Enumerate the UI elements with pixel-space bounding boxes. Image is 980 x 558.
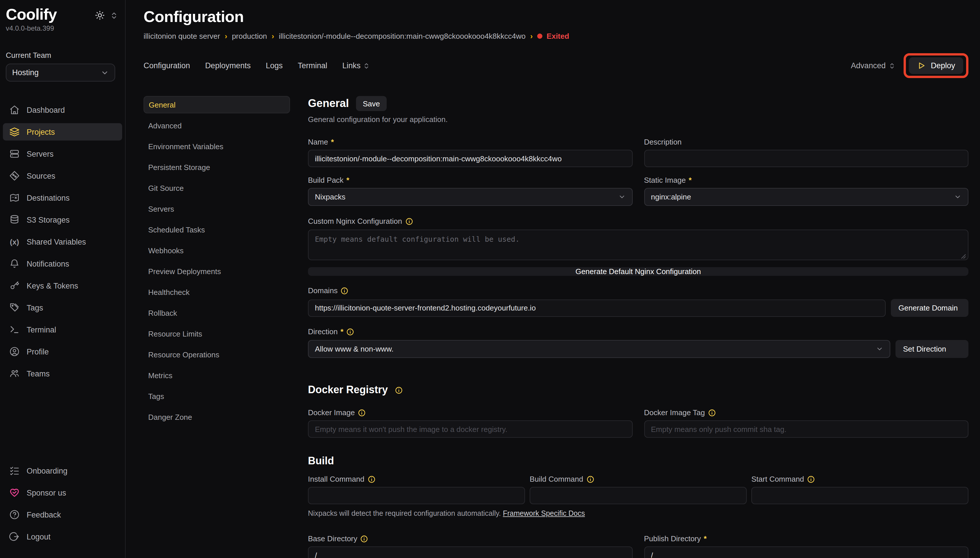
name-input[interactable] [308, 150, 632, 167]
tab-links[interactable]: Links [343, 61, 370, 70]
tab-deployments[interactable]: Deployments [205, 61, 251, 70]
theme-switch-chevrons-icon[interactable] [110, 11, 118, 20]
base-directory-label: Base Directory [308, 534, 632, 543]
team-select[interactable]: Hosting [6, 64, 115, 82]
sidebar-item-sources[interactable]: Sources [3, 167, 122, 184]
subnav-item-webhooks[interactable]: Webhooks [143, 242, 290, 259]
docker-image-tag-input[interactable] [644, 420, 968, 438]
sidebar-item-tags[interactable]: Tags [3, 299, 122, 316]
info-icon[interactable] [346, 328, 354, 336]
sidebar-item-s3-storages[interactable]: S3 Storages [3, 211, 122, 228]
subnav-item-persistent-storage[interactable]: Persistent Storage [143, 158, 290, 176]
direction-select[interactable]: Allow www & non-www. [308, 340, 890, 358]
sidebar-item-notifications[interactable]: Notifications [3, 255, 122, 272]
description-input[interactable] [644, 150, 968, 167]
app-logo: Coolify [6, 6, 57, 23]
sidebar-footer: Onboarding Sponsor us Feedback Logout [0, 460, 125, 558]
build-pack-select[interactable]: Nixpacks [308, 188, 632, 206]
custom-nginx-textarea[interactable] [308, 230, 968, 260]
theme-sun-icon[interactable] [95, 10, 105, 20]
deploy-button[interactable]: Deploy [909, 57, 963, 74]
sidebar-item-label: Tags [26, 303, 43, 312]
play-icon [917, 61, 926, 70]
sidebar-item-teams[interactable]: Teams [3, 365, 122, 382]
info-icon[interactable] [586, 475, 594, 483]
info-icon[interactable] [708, 409, 716, 417]
advanced-dropdown[interactable]: Advanced [851, 61, 896, 70]
chevrons-up-down-icon [363, 62, 370, 69]
subnav-item-resource-operations[interactable]: Resource Operations [143, 346, 290, 363]
subnav-item-general[interactable]: General [143, 96, 290, 113]
database-icon [9, 215, 20, 225]
sidebar-item-projects[interactable]: Projects [3, 123, 122, 141]
deploy-button-label: Deploy [931, 61, 955, 70]
required-asterisk: * [331, 138, 334, 146]
docker-image-input[interactable] [308, 420, 632, 438]
subnav-item-healthcheck[interactable]: Healthcheck [143, 283, 290, 301]
generate-domain-button[interactable]: Generate Domain [891, 299, 968, 317]
sidebar-item-logout[interactable]: Logout [3, 528, 122, 545]
subnav-item-rollback[interactable]: Rollback [143, 304, 290, 322]
tab-terminal[interactable]: Terminal [298, 61, 327, 70]
sidebar-item-label: Sources [26, 171, 55, 180]
subnav-item-resource-limits[interactable]: Resource Limits [143, 325, 290, 342]
subnav-item-advanced[interactable]: Advanced [143, 117, 290, 134]
home-icon [9, 105, 20, 115]
save-button[interactable]: Save [356, 96, 387, 111]
info-icon[interactable] [358, 409, 366, 417]
required-asterisk: * [689, 176, 692, 184]
tab-configuration[interactable]: Configuration [143, 61, 190, 70]
start-command-input[interactable] [751, 487, 968, 504]
subnav-item-environment-variables[interactable]: Environment Variables [143, 138, 290, 155]
publish-directory-input[interactable] [644, 547, 968, 558]
breadcrumb-application[interactable]: illicitestonion/-module--decomposition:m… [279, 32, 525, 41]
generate-nginx-button[interactable]: Generate Default Nginx Configuration [308, 267, 968, 276]
info-icon[interactable] [807, 475, 815, 483]
subnav-item-metrics[interactable]: Metrics [143, 367, 290, 384]
sidebar-item-sponsor-us[interactable]: Sponsor us [3, 484, 122, 501]
sidebar-item-label: Logout [26, 532, 51, 541]
sidebar-item-profile[interactable]: Profile [3, 343, 122, 360]
sidebar-item-servers[interactable]: Servers [3, 145, 122, 162]
breadcrumb-separator: › [530, 32, 533, 41]
info-icon[interactable] [367, 475, 376, 483]
build-command-input[interactable] [530, 487, 747, 504]
sidebar-item-shared-variables[interactable]: (x) Shared Variables [3, 233, 122, 250]
section-title-build: Build [308, 455, 334, 467]
breadcrumb-environment[interactable]: production [232, 32, 267, 41]
install-command-input[interactable] [308, 487, 525, 504]
subnav-item-scheduled-tasks[interactable]: Scheduled Tasks [143, 221, 290, 238]
subnav-item-preview-deployments[interactable]: Preview Deployments [143, 263, 290, 280]
subnav-item-danger-zone[interactable]: Danger Zone [143, 408, 290, 425]
section-title-docker-registry: Docker Registry [308, 384, 388, 396]
subnav-item-git-source[interactable]: Git Source [143, 179, 290, 197]
static-image-select[interactable]: nginx:alpine [644, 188, 968, 206]
resize-handle-icon[interactable] [961, 254, 966, 259]
sidebar-item-dashboard[interactable]: Dashboard [3, 101, 122, 118]
info-icon[interactable] [341, 287, 349, 295]
set-direction-button[interactable]: Set Direction [896, 340, 968, 358]
sidebar-item-feedback[interactable]: Feedback [3, 506, 122, 523]
info-icon[interactable] [405, 217, 413, 225]
general-form: General Save General configuration for y… [308, 96, 968, 558]
tab-bar: Configuration Deployments Logs Terminal … [143, 53, 968, 79]
help-circle-icon [9, 509, 20, 520]
subnav-item-tags[interactable]: Tags [143, 387, 290, 405]
install-command-label: Install Command [308, 475, 525, 483]
sidebar-item-onboarding[interactable]: Onboarding [3, 462, 122, 479]
domains-input[interactable] [308, 299, 886, 317]
tab-logs[interactable]: Logs [266, 61, 283, 70]
breadcrumb-project[interactable]: illicitonion quote server [143, 32, 220, 41]
sidebar-item-terminal[interactable]: Terminal [3, 321, 122, 338]
sidebar-nav: Dashboard Projects Servers Sources Desti… [0, 99, 125, 384]
subnav-item-servers[interactable]: Servers [143, 200, 290, 217]
info-icon[interactable] [395, 386, 403, 394]
sidebar-item-label: Profile [26, 347, 49, 356]
framework-docs-link[interactable]: Framework Specific Docs [503, 509, 585, 517]
required-asterisk: * [704, 534, 707, 543]
sidebar-item-keys-tokens[interactable]: Keys & Tokens [3, 277, 122, 294]
heart-icon [9, 487, 20, 498]
base-directory-input[interactable] [308, 547, 632, 558]
sidebar-item-destinations[interactable]: Destinations [3, 189, 122, 207]
info-icon[interactable] [360, 535, 369, 543]
